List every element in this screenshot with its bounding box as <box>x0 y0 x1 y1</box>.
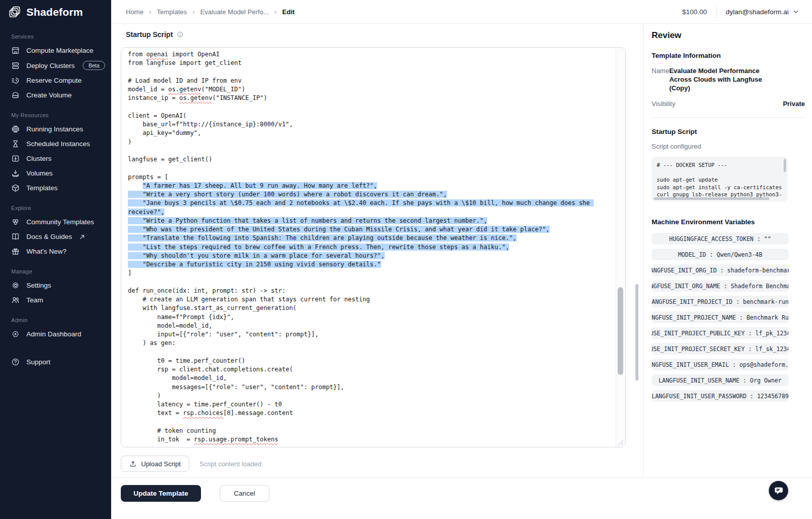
breadcrumb-separator: › <box>149 8 151 16</box>
startup-script-heading: Startup Script <box>126 30 184 39</box>
sidebar-sections: ServicesCompute MarketplaceDeploy Cluste… <box>0 33 111 341</box>
editor-resize-handle[interactable] <box>616 439 625 446</box>
sidebar-item-label: Deploy Clusters <box>26 62 75 70</box>
visibility-label: Visibility <box>652 99 675 108</box>
sidebar: Shadeform ServicesCompute MarketplaceDep… <box>0 0 111 519</box>
env-var-langfuse_init_user_name[interactable]: LANGFUSE_INIT_USER_NAME : Org Owner <box>652 374 789 386</box>
sidebar-item-running-instances[interactable]: Running Instances <box>0 122 111 136</box>
sidebar-section-my-resources: My ResourcesRunning InstancesScheduled I… <box>0 112 111 195</box>
editor-scrollbar-track[interactable] <box>616 48 625 447</box>
env-var-huggingface_access_token[interactable]: HUGGINGFACE_ACCESS_TOKEN : "" <box>652 233 789 245</box>
sidebar-item-deploy-clusters[interactable]: Deploy ClustersBeta <box>0 58 111 73</box>
breadcrumb-template-name[interactable]: Evaluate Model Perfo... <box>200 8 269 16</box>
user-email: dylan@shadeform.ai <box>726 8 789 16</box>
preview-horizontal-scrollbar-thumb[interactable] <box>654 197 769 200</box>
review-startup-script-heading: Startup Script <box>652 128 805 135</box>
env-var-langfuse_init_org_id[interactable]: LANGFUSE_INIT_ORG_ID : shadeform-benchma… <box>652 264 789 276</box>
cancel-button[interactable]: Cancel <box>220 485 269 502</box>
sidebar-item-admin-dashboard[interactable]: Admin Dashboard <box>0 327 111 341</box>
sidebar-item-community-templates[interactable]: Community Templates <box>0 215 111 229</box>
env-var-langfuse_init_org_name[interactable]: LANGFUSE_INIT_ORG_NAME : Shadeform Bench… <box>652 280 789 292</box>
env-var-langfuse_init_user_password[interactable]: LANGFUSE_INIT_USER_PASSWORD : 123456789 <box>652 390 789 402</box>
book-icon <box>11 232 20 241</box>
cube-icon <box>11 184 20 192</box>
sidebar-section-label: Admin <box>11 317 111 323</box>
sidebar-item-label: Settings <box>26 282 51 289</box>
sidebar-item-clusters[interactable]: Clusters <box>0 151 111 166</box>
sidebar-item-volumes[interactable]: Volumes <box>0 166 111 181</box>
sidebar-section-admin: AdminAdmin Dashboard <box>0 317 111 341</box>
gear-icon <box>11 281 20 290</box>
team-icon <box>11 296 20 304</box>
startup-script-editor[interactable]: from openai import OpenAI from langfuse … <box>121 47 626 447</box>
sidebar-section-manage: ManageSettingsTeam <box>0 268 111 307</box>
env-var-langfuse_init_project_id[interactable]: LANGFUSE_INIT_PROJECT_ID : benchmark-run… <box>652 296 789 307</box>
sidebar-item-label: Reserve Compute <box>26 77 82 84</box>
beta-badge: Beta <box>83 61 105 70</box>
shadeform-logo-icon <box>8 6 21 19</box>
update-template-button[interactable]: Update Template <box>121 485 201 502</box>
sidebar-support-section: Support <box>0 355 111 369</box>
reserve-icon <box>11 76 20 85</box>
visibility-value: Private <box>783 99 805 108</box>
env-var-langfuse_init_user_email[interactable]: LANGFUSE_INIT_USER_EMAIL : ops@shadeform… <box>652 359 789 370</box>
topbar-divider <box>716 6 717 18</box>
review-divider <box>652 117 805 118</box>
brand[interactable]: Shadeform <box>0 0 111 24</box>
template-information-heading: Template Information <box>652 52 805 59</box>
sidebar-item-docs-guides[interactable]: Docs & Guides <box>0 229 111 244</box>
chevron-down-icon <box>793 9 799 15</box>
script-preview[interactable]: # --- DOCKER SETUP --- sudo apt-get upda… <box>652 157 788 201</box>
sidebar-item-settings[interactable]: Settings <box>0 278 111 293</box>
env-var-langfuse_init_project_secret_key[interactable]: LANGFUSE_INIT_PROJECT_SECRET_KEY : lf_sk… <box>652 343 789 355</box>
sidebar-item-support[interactable]: Support <box>0 355 111 369</box>
sidebar-item-scheduled-instances[interactable]: Scheduled Instances <box>0 136 111 151</box>
sidebar-item-label: Volumes <box>26 169 53 177</box>
sidebar-item-compute-marketplace[interactable]: Compute Marketplace <box>0 43 111 58</box>
env-var-model_id[interactable]: MODEL_ID : Qwen/Qwen3-4B <box>652 249 789 260</box>
sidebar-item-create-volume[interactable]: Create Volume <box>0 88 111 102</box>
startup-script-label: Startup Script <box>126 30 173 39</box>
review-panel: Review Template Information Name Evaluat… <box>643 24 812 477</box>
sidebar-section-label: Manage <box>11 268 111 274</box>
breadcrumb-home[interactable]: Home <box>126 8 144 16</box>
sidebar-item-label: Running Instances <box>26 125 83 133</box>
sidebar-section-label: Explore <box>11 205 111 211</box>
gift-icon <box>11 247 20 256</box>
chat-bubble-icon <box>773 486 784 496</box>
footer-actions: Update Template Cancel <box>111 477 812 519</box>
env-var-langfuse_init_project_name[interactable]: LANGFUSE_INIT_PROJECT_NAME : Benchmark R… <box>652 312 789 323</box>
upload-status: Script content loaded <box>199 460 261 468</box>
sidebar-item-label: Templates <box>26 184 58 192</box>
hourglass-icon <box>11 140 20 148</box>
user-menu[interactable]: dylan@shadeform.ai <box>726 8 799 16</box>
env-variables-list: HUGGINGFACE_ACCESS_TOKEN : ""MODEL_ID : … <box>652 233 805 402</box>
sidebar-item-label: Community Templates <box>26 218 94 226</box>
upload-script-button[interactable]: Upload Script <box>121 456 189 472</box>
preview-vertical-scrollbar-thumb[interactable] <box>784 159 786 172</box>
servers-icon <box>11 61 20 70</box>
breadcrumb-separator: › <box>275 8 277 16</box>
sidebar-item-team[interactable]: Team <box>0 293 111 307</box>
breadcrumb-templates[interactable]: Templates <box>157 8 187 16</box>
sidebar-item-what-s-new[interactable]: What's New? <box>0 244 111 259</box>
storefront-icon <box>11 46 20 55</box>
sidebar-item-label: Team <box>26 296 43 304</box>
main-content: Startup Script from openai import OpenAI… <box>111 24 643 477</box>
chat-button[interactable] <box>769 481 788 500</box>
env-variables-heading: Machine Environment Variables <box>652 218 805 226</box>
upload-script-label: Upload Script <box>141 460 181 468</box>
editor-scrollbar-thumb[interactable] <box>618 287 623 375</box>
sidebar-section-services: ServicesCompute MarketplaceDeploy Cluste… <box>0 33 111 102</box>
account-balance: $100.00 <box>682 8 707 16</box>
info-icon[interactable] <box>177 31 184 38</box>
sidebar-item-reserve-compute[interactable]: Reserve Compute <box>0 73 111 88</box>
page-scrollbar-thumb[interactable] <box>635 284 638 380</box>
brand-name: Shadeform <box>26 6 83 18</box>
env-var-langfuse_init_project_public_key[interactable]: LANGFUSE_INIT_PROJECT_PUBLIC_KEY : lf_pk… <box>652 327 789 339</box>
sidebar-item-label: What's New? <box>26 248 66 255</box>
admin-gear-icon <box>11 330 20 338</box>
volume-icon <box>11 169 20 178</box>
sidebar-item-templates[interactable]: Templates <box>0 181 111 195</box>
visibility-row: Visibility Private <box>652 99 805 108</box>
